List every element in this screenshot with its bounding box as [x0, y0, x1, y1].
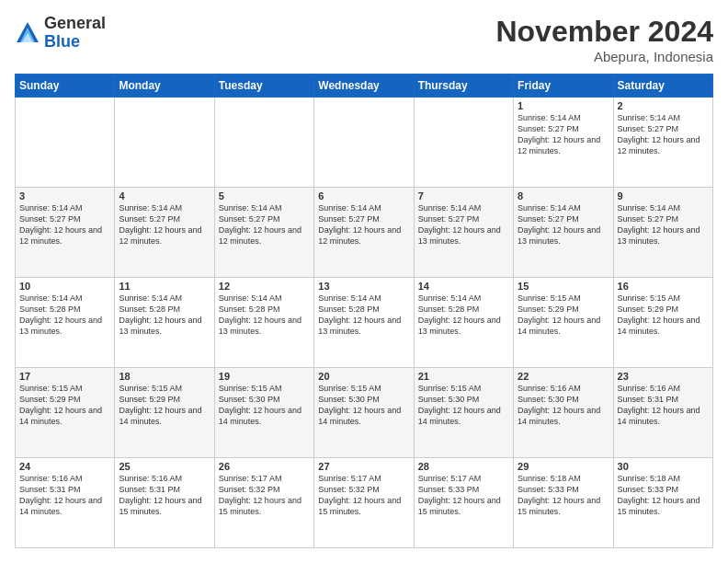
weekday-header-row: Sunday Monday Tuesday Wednesday Thursday…	[16, 75, 713, 98]
day-number: 21	[418, 371, 509, 382]
day-info: Sunrise: 5:14 AM Sunset: 5:28 PM Dayligh…	[219, 293, 310, 338]
day-info: Sunrise: 5:16 AM Sunset: 5:30 PM Dayligh…	[518, 383, 609, 428]
day-cell: 19 Sunrise: 5:15 AM Sunset: 5:30 PM Dayl…	[214, 368, 313, 458]
day-number: 9	[618, 190, 709, 201]
day-info: Sunrise: 5:14 AM Sunset: 5:27 PM Dayligh…	[618, 202, 709, 247]
day-number: 7	[418, 190, 509, 201]
day-cell: 5 Sunrise: 5:14 AM Sunset: 5:27 PM Dayli…	[214, 188, 313, 278]
day-number: 18	[119, 371, 210, 382]
day-cell: 23 Sunrise: 5:16 AM Sunset: 5:31 PM Dayl…	[613, 368, 712, 458]
calendar-table: Sunday Monday Tuesday Wednesday Thursday…	[15, 74, 713, 548]
day-cell: 3 Sunrise: 5:14 AM Sunset: 5:27 PM Dayli…	[16, 188, 115, 278]
day-number: 15	[518, 281, 609, 292]
header-tuesday: Tuesday	[214, 75, 313, 98]
day-info: Sunrise: 5:14 AM Sunset: 5:27 PM Dayligh…	[119, 202, 210, 247]
day-cell: 15 Sunrise: 5:15 AM Sunset: 5:29 PM Dayl…	[514, 278, 613, 368]
day-number: 12	[219, 281, 310, 292]
week-row-3: 10 Sunrise: 5:14 AM Sunset: 5:28 PM Dayl…	[16, 278, 713, 368]
day-info: Sunrise: 5:14 AM Sunset: 5:27 PM Dayligh…	[518, 202, 609, 247]
day-number: 16	[618, 281, 709, 292]
day-cell: 30 Sunrise: 5:18 AM Sunset: 5:33 PM Dayl…	[613, 458, 712, 548]
header-thursday: Thursday	[414, 75, 513, 98]
logo: General Blue	[15, 15, 106, 52]
day-number: 30	[618, 461, 709, 472]
location: Abepura, Indonesia	[495, 49, 713, 64]
header-wednesday: Wednesday	[314, 75, 414, 98]
day-info: Sunrise: 5:15 AM Sunset: 5:29 PM Dayligh…	[19, 383, 110, 428]
day-number: 27	[318, 461, 409, 472]
day-info: Sunrise: 5:15 AM Sunset: 5:30 PM Dayligh…	[219, 383, 310, 428]
day-number: 26	[219, 461, 310, 472]
day-info: Sunrise: 5:14 AM Sunset: 5:27 PM Dayligh…	[219, 202, 310, 247]
day-number: 11	[119, 281, 210, 292]
day-info: Sunrise: 5:15 AM Sunset: 5:30 PM Dayligh…	[318, 383, 409, 428]
day-cell: 14 Sunrise: 5:14 AM Sunset: 5:28 PM Dayl…	[414, 278, 513, 368]
day-cell: 1 Sunrise: 5:14 AM Sunset: 5:27 PM Dayli…	[514, 98, 613, 188]
day-cell: 21 Sunrise: 5:15 AM Sunset: 5:30 PM Dayl…	[414, 368, 513, 458]
day-info: Sunrise: 5:17 AM Sunset: 5:32 PM Dayligh…	[219, 473, 310, 518]
day-number: 14	[418, 281, 509, 292]
day-info: Sunrise: 5:16 AM Sunset: 5:31 PM Dayligh…	[19, 473, 110, 518]
day-number: 4	[119, 190, 210, 201]
day-info: Sunrise: 5:15 AM Sunset: 5:30 PM Dayligh…	[418, 383, 509, 428]
day-cell: 9 Sunrise: 5:14 AM Sunset: 5:27 PM Dayli…	[613, 188, 712, 278]
day-info: Sunrise: 5:15 AM Sunset: 5:29 PM Dayligh…	[618, 293, 709, 338]
week-row-5: 24 Sunrise: 5:16 AM Sunset: 5:31 PM Dayl…	[16, 458, 713, 548]
day-cell: 26 Sunrise: 5:17 AM Sunset: 5:32 PM Dayl…	[214, 458, 313, 548]
title-block: November 2024 Abepura, Indonesia	[495, 15, 713, 64]
day-info: Sunrise: 5:14 AM Sunset: 5:28 PM Dayligh…	[19, 293, 110, 338]
logo-icon	[15, 20, 40, 46]
day-number: 23	[618, 371, 709, 382]
day-number: 8	[518, 190, 609, 201]
logo-text: General Blue	[44, 15, 106, 52]
day-info: Sunrise: 5:14 AM Sunset: 5:27 PM Dayligh…	[418, 202, 509, 247]
day-info: Sunrise: 5:14 AM Sunset: 5:27 PM Dayligh…	[618, 112, 709, 157]
day-info: Sunrise: 5:14 AM Sunset: 5:27 PM Dayligh…	[518, 112, 609, 157]
day-cell: 8 Sunrise: 5:14 AM Sunset: 5:27 PM Dayli…	[514, 188, 613, 278]
day-number: 19	[219, 371, 310, 382]
day-number: 25	[119, 461, 210, 472]
day-cell: 13 Sunrise: 5:14 AM Sunset: 5:28 PM Dayl…	[314, 278, 414, 368]
day-cell: 28 Sunrise: 5:17 AM Sunset: 5:33 PM Dayl…	[414, 458, 513, 548]
day-info: Sunrise: 5:16 AM Sunset: 5:31 PM Dayligh…	[119, 473, 210, 518]
day-info: Sunrise: 5:16 AM Sunset: 5:31 PM Dayligh…	[618, 383, 709, 428]
header: General Blue November 2024 Abepura, Indo…	[15, 15, 713, 64]
day-cell: 11 Sunrise: 5:14 AM Sunset: 5:28 PM Dayl…	[115, 278, 214, 368]
day-cell: 2 Sunrise: 5:14 AM Sunset: 5:27 PM Dayli…	[613, 98, 712, 188]
day-info: Sunrise: 5:18 AM Sunset: 5:33 PM Dayligh…	[518, 473, 609, 518]
day-info: Sunrise: 5:15 AM Sunset: 5:29 PM Dayligh…	[518, 293, 609, 338]
day-info: Sunrise: 5:17 AM Sunset: 5:32 PM Dayligh…	[318, 473, 409, 518]
day-info: Sunrise: 5:14 AM Sunset: 5:28 PM Dayligh…	[418, 293, 509, 338]
day-cell: 18 Sunrise: 5:15 AM Sunset: 5:29 PM Dayl…	[115, 368, 214, 458]
day-number: 24	[19, 461, 110, 472]
day-cell: 10 Sunrise: 5:14 AM Sunset: 5:28 PM Dayl…	[16, 278, 115, 368]
day-cell: 6 Sunrise: 5:14 AM Sunset: 5:27 PM Dayli…	[314, 188, 414, 278]
header-friday: Friday	[514, 75, 613, 98]
day-cell: 29 Sunrise: 5:18 AM Sunset: 5:33 PM Dayl…	[514, 458, 613, 548]
month-title: November 2024	[495, 15, 713, 49]
day-number: 28	[418, 461, 509, 472]
page: General Blue November 2024 Abepura, Indo…	[0, 0, 728, 563]
day-cell	[16, 98, 115, 188]
day-cell: 25 Sunrise: 5:16 AM Sunset: 5:31 PM Dayl…	[115, 458, 214, 548]
day-info: Sunrise: 5:14 AM Sunset: 5:28 PM Dayligh…	[119, 293, 210, 338]
day-cell	[214, 98, 313, 188]
logo-blue: Blue	[44, 32, 80, 51]
week-row-4: 17 Sunrise: 5:15 AM Sunset: 5:29 PM Dayl…	[16, 368, 713, 458]
day-cell: 17 Sunrise: 5:15 AM Sunset: 5:29 PM Dayl…	[16, 368, 115, 458]
day-number: 29	[518, 461, 609, 472]
day-number: 22	[518, 371, 609, 382]
day-number: 13	[318, 281, 409, 292]
day-cell	[414, 98, 513, 188]
day-number: 1	[518, 100, 609, 111]
day-cell: 7 Sunrise: 5:14 AM Sunset: 5:27 PM Dayli…	[414, 188, 513, 278]
day-cell: 20 Sunrise: 5:15 AM Sunset: 5:30 PM Dayl…	[314, 368, 414, 458]
week-row-2: 3 Sunrise: 5:14 AM Sunset: 5:27 PM Dayli…	[16, 188, 713, 278]
day-cell: 12 Sunrise: 5:14 AM Sunset: 5:28 PM Dayl…	[214, 278, 313, 368]
header-saturday: Saturday	[613, 75, 712, 98]
day-info: Sunrise: 5:14 AM Sunset: 5:27 PM Dayligh…	[318, 202, 409, 247]
day-info: Sunrise: 5:18 AM Sunset: 5:33 PM Dayligh…	[618, 473, 709, 518]
day-number: 17	[19, 371, 110, 382]
logo-general: General	[44, 14, 106, 32]
day-cell	[115, 98, 214, 188]
